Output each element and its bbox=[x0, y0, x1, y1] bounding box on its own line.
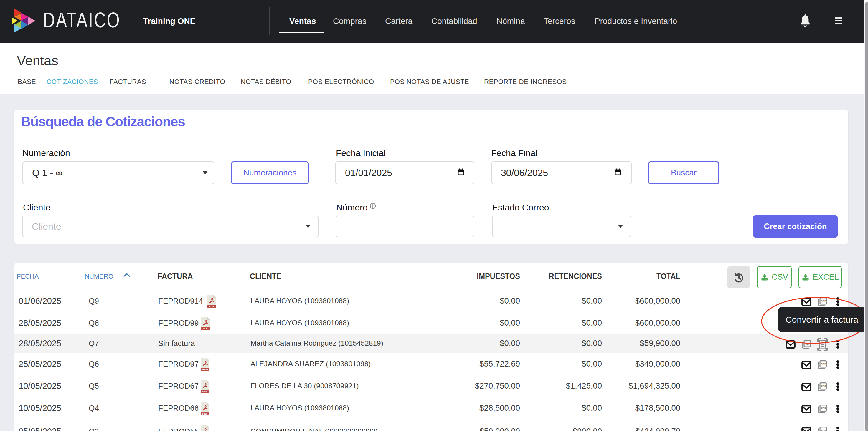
svg-text:PDF: PDF bbox=[203, 390, 208, 393]
svg-text:PDF: PDF bbox=[820, 299, 826, 303]
svg-text:PDF: PDF bbox=[805, 342, 810, 345]
svg-text:PDF: PDF bbox=[820, 406, 826, 410]
svg-text:PDF: PDF bbox=[820, 429, 826, 431]
svg-text:PDF: PDF bbox=[203, 327, 209, 330]
svg-text:PDF: PDF bbox=[820, 385, 826, 388]
svg-text:PDF: PDF bbox=[820, 362, 826, 366]
svg-text:PDF: PDF bbox=[203, 368, 208, 371]
svg-text:PDF: PDF bbox=[209, 305, 215, 308]
svg-text:PDF: PDF bbox=[203, 412, 208, 415]
